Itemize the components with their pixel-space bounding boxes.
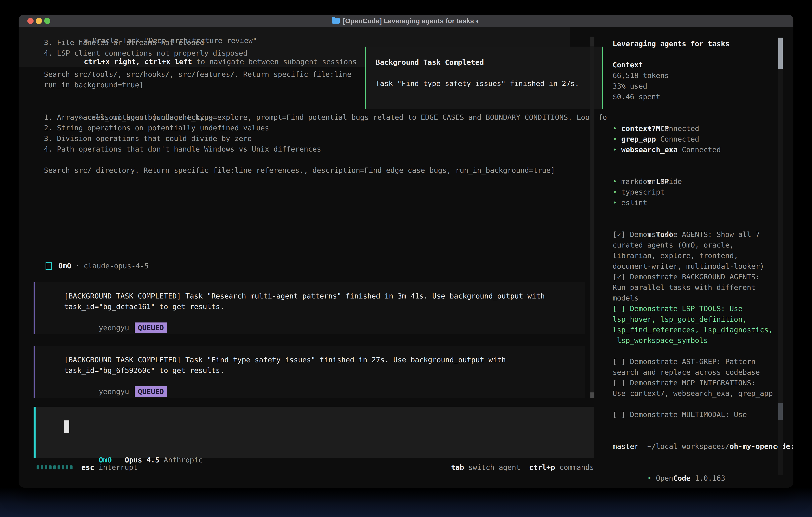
mcp-section-header[interactable]: ▼ MCP: [613, 113, 793, 123]
text-cursor: [64, 420, 69, 433]
todo-scrollbar-thumb[interactable]: [778, 403, 783, 420]
status-dot-icon: •: [647, 474, 651, 482]
todo-line: lsp_workspace_symbols: [613, 335, 793, 346]
workspace-repo-name: oh-my-opencode:: [729, 442, 793, 451]
working-spinner: [36, 465, 72, 469]
agent-header: OmO · claude-opus-4-5: [46, 261, 149, 271]
lsp-item: • markdown-oxide: [613, 176, 793, 187]
terminal-line: 3. File handles or streams not closed: [44, 37, 351, 48]
tool-prompt-line: [44, 154, 611, 165]
todo-line: models: [613, 293, 793, 303]
status-dot-icon: •: [613, 145, 617, 154]
todo-line: [✓] Demonstrate BACKGROUND AGENTS:: [613, 272, 793, 282]
status-dot-icon: •: [613, 177, 617, 186]
todo-section-header[interactable]: ▼ Todo: [613, 219, 793, 229]
todo-line: [ ] Demonstrate MCP INTEGRATIONS:: [613, 377, 793, 388]
app-version-number: 1.0.163: [695, 474, 725, 482]
main-scrollbar-track-cap: [590, 36, 594, 46]
mcp-item-status: Connected: [656, 124, 699, 133]
tool-prompt-line: 4. Path operations that don't handle Win…: [44, 144, 611, 154]
notification-body: Task "Find type safety issues" finished …: [376, 78, 602, 89]
mcp-list: • context7 Connected• grep_app Connected…: [613, 123, 793, 155]
prompt-input[interactable]: OmO Opus 4.5 Anthropic: [34, 407, 594, 458]
todo-line: librarian, explore, frontend,: [613, 250, 793, 261]
tab-key-hint: tab: [451, 463, 464, 471]
window-titlebar[interactable]: [OpenCode] Leveraging agents for tasks ◐: [19, 15, 793, 27]
todo-line: lsp_find_references, lsp_diagnostics,: [613, 324, 793, 335]
lsp-item: • eslint: [613, 197, 793, 208]
task-line1: [BACKGROUND TASK COMPLETED] Task "Find t…: [64, 354, 585, 365]
terminal-line: run_in_background=true]: [44, 80, 351, 90]
agent-omo-icon: [46, 262, 52, 270]
status-dot-icon: •: [613, 124, 617, 133]
sidebar-scrollbar-thumb[interactable]: [778, 38, 783, 69]
todo-line: lsp_hover, lsp_goto_definition,: [613, 314, 793, 324]
task-line1: [BACKGROUND TASK COMPLETED] Task "Resear…: [64, 291, 585, 301]
context-used: 33% used: [613, 81, 793, 91]
window-title: [OpenCode] Leveraging agents for tasks ◐: [343, 17, 480, 25]
tool-prompt-line: Search src/ directory. Return specific f…: [44, 165, 611, 175]
task-user: yeongyu: [99, 324, 129, 332]
mcp-item-name: websearch_exa: [617, 145, 677, 154]
background-task-notification: Background Task Completed Task "Find typ…: [365, 47, 603, 109]
terminal-line: [44, 58, 351, 69]
status-dot-icon: •: [613, 188, 617, 196]
notification-title: Background Task Completed: [376, 57, 602, 67]
mcp-item-status: Connected: [656, 135, 699, 143]
agent-model: claude-opus-4-5: [84, 261, 149, 271]
task-line2: task_id="bg_6f59260c" to get results.: [64, 365, 585, 376]
todo-line: [✓] Demonstrate AGENTS: Show all 7: [613, 229, 793, 240]
app-name-bold: Code: [673, 474, 691, 482]
agent-name: OmO: [58, 261, 71, 271]
lsp-item-name: typescript: [617, 188, 665, 196]
lsp-item: • typescript: [613, 187, 793, 197]
task-result-card: [BACKGROUND TASK COMPLETED] Task "Resear…: [34, 282, 585, 334]
desktop: [OpenCode] Leveraging agents for tasks ◐…: [0, 0, 812, 517]
context-tokens: 66,518 tokens: [613, 70, 793, 81]
status-dot-icon: •: [613, 198, 617, 207]
mcp-item: • websearch_exa Connected: [613, 144, 793, 155]
tool-call-block: ⚙ call_omo_agent [subagent_type=explore,…: [44, 101, 611, 175]
todo-line: [ ] Demonstrate LSP TOOLS: Use: [613, 303, 793, 314]
status-dot-icon: •: [613, 135, 617, 143]
status-bar: esc interrupt tab switch agent ctrl+p co…: [36, 462, 594, 472]
desktop-wallpaper-band: [0, 487, 812, 517]
ctrlp-action-label: commands: [559, 463, 594, 471]
mcp-item: • grep_app Connected: [613, 134, 793, 144]
terminal-output-top: 3. File handles or streams not closed4. …: [44, 37, 351, 90]
tool-prompt-line: 3. Division operations that could divide…: [44, 133, 611, 144]
esc-key-hint: esc: [81, 463, 94, 471]
mcp-item-name: context7: [617, 124, 656, 133]
lsp-item-name: eslint: [617, 198, 647, 207]
todo-line: [ ] Demonstrate AST-GREP: Pattern: [613, 356, 793, 367]
todo-list: [✓] Demonstrate AGENTS: Show all 7curate…: [613, 229, 793, 420]
tool-prompt-line: 2. String operations on potentially unde…: [44, 123, 611, 133]
app-name-prefix: Open: [656, 474, 673, 482]
ctrlp-key-hint: ctrl+p: [529, 463, 555, 471]
terminal-line: 4. LSP client connections not properly d…: [44, 48, 351, 58]
lsp-section-header[interactable]: ▼ LSP: [613, 166, 793, 176]
todo-line: Use context7, websearch_exa, grep_app: [613, 388, 793, 399]
mcp-item: • context7 Connected: [613, 123, 793, 134]
workspace-path: ~/local-workspaces/oh-my-opencode:: [613, 430, 793, 441]
mcp-item-status: Connected: [677, 145, 721, 154]
context-section-title: Context: [613, 60, 793, 70]
todo-line: curated agents (OmO, oracle,: [613, 240, 793, 250]
main-scrollbar-thumb[interactable]: [590, 392, 594, 398]
todo-line: [613, 346, 793, 356]
task-line2: task_id="bg_dcfac161" to get results.: [64, 301, 585, 312]
esc-action-label: interrupt: [99, 463, 138, 471]
lsp-item-name: markdown-oxide: [617, 177, 682, 186]
tab-action-label: switch agent: [468, 463, 520, 471]
context-spent: $0.46 spent: [613, 91, 793, 102]
todo-line: Run parallel tasks with different: [613, 282, 793, 293]
task-result-card: [BACKGROUND TASK COMPLETED] Task "Find t…: [34, 346, 585, 398]
lsp-list: • markdown-oxide• typescript• eslint: [613, 176, 793, 208]
folder-icon: [332, 18, 340, 24]
main-scrollbar[interactable]: [590, 36, 594, 398]
todo-line: document-writer, multimodal-looker): [613, 261, 793, 272]
status-badge: QUEUED: [135, 323, 167, 333]
app-version: • OpenCode 1.0.163: [613, 462, 793, 473]
agent-separator: ·: [75, 261, 80, 271]
session-title: Leveraging agents for tasks: [613, 38, 793, 49]
